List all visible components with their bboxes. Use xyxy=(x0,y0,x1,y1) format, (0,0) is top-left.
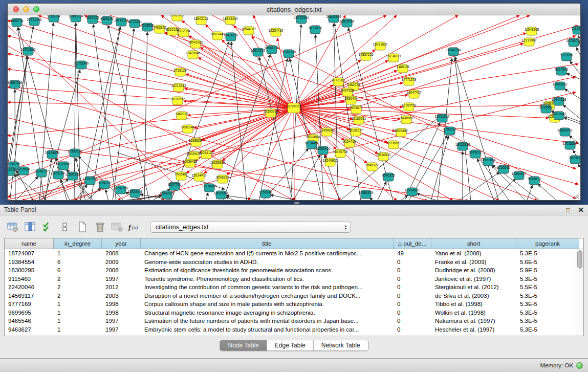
delete-table-icon[interactable] xyxy=(110,221,124,234)
graph-node[interactable]: 17684499 xyxy=(8,80,23,89)
graph-node[interactable]: 15722394 xyxy=(294,15,309,24)
graph-node[interactable]: 16961275 xyxy=(265,46,279,54)
graph-hub-node[interactable]: 18724007 xyxy=(287,103,301,113)
table-cell-out_degree[interactable]: 0 xyxy=(394,293,431,299)
graph-node[interactable]: 9546321 xyxy=(216,175,229,183)
graph-node[interactable]: 7425402 xyxy=(175,172,188,180)
table-cell-short[interactable]: Stergiakouli et al. (2012) xyxy=(431,284,516,290)
graph-node[interactable]: 18549925 xyxy=(323,158,338,166)
graph-node[interactable]: 16844490 xyxy=(223,16,238,25)
graph-node[interactable]: 9329966 xyxy=(560,53,573,61)
table-cell-short[interactable]: Dudbridge et al. (2008) xyxy=(431,267,516,273)
graph-node[interactable]: 4055734 xyxy=(10,18,24,27)
graph-node[interactable]: 2936444 xyxy=(344,96,358,104)
table-cell-pagerank[interactable]: 5.3E-5 xyxy=(516,326,579,333)
table-cell-title[interactable]: Estimation of the future numbers of pati… xyxy=(141,318,394,324)
table-cell-out_degree[interactable]: 49 xyxy=(394,250,431,256)
graph-node[interactable]: 7515526 xyxy=(141,23,154,31)
graph-node[interactable]: 12213987 xyxy=(522,38,537,46)
graph-node[interactable]: 18416818 xyxy=(455,142,470,150)
table-cell-name[interactable]: 18724007 xyxy=(5,250,54,256)
graph-node[interactable]: 9657791 xyxy=(168,182,181,190)
close-panel-icon[interactable]: ✕ xyxy=(578,207,584,213)
column-header-in_degree[interactable]: in_degree xyxy=(54,238,102,249)
graph-node[interactable]: 17857105 xyxy=(359,52,374,60)
graph-node[interactable]: 15474720 xyxy=(224,33,238,41)
table-cell-name[interactable]: 9777169 xyxy=(5,301,54,307)
graph-node[interactable]: 1527002 xyxy=(86,15,99,24)
window-titlebar[interactable]: citations_edges.txt xyxy=(8,4,580,15)
table-cell-year[interactable]: 2008 xyxy=(102,250,141,256)
table-cell-pagerank[interactable]: 5.6E-5 xyxy=(516,259,579,265)
graph-node[interactable]: 12454927 xyxy=(512,171,527,180)
graph-node[interactable]: 9154469 xyxy=(343,139,356,147)
graph-node[interactable]: 22063012 xyxy=(170,15,185,21)
graph-node[interactable]: 9227343 xyxy=(555,67,568,75)
graph-node[interactable]: 15751074 xyxy=(567,38,580,47)
graph-node[interactable]: 9150646 xyxy=(497,165,510,173)
graph-node[interactable]: 7485083 xyxy=(396,64,409,73)
table-row[interactable]: 1830029562008Estimation of significance … xyxy=(5,266,583,275)
scrollbar-thumb[interactable] xyxy=(577,250,582,269)
graph-node[interactable]: 16039468 xyxy=(183,159,198,167)
table-cell-title[interactable]: Disruption of a novel member of a sodium… xyxy=(141,293,394,299)
table-cell-out_degree[interactable]: 0 xyxy=(394,267,431,273)
resize-grip[interactable] xyxy=(572,192,579,200)
graph-node[interactable]: 16914479 xyxy=(192,173,207,181)
table-row[interactable]: 2242004622012Investigating the contribut… xyxy=(5,283,583,292)
graph-node[interactable]: 8131074 xyxy=(309,26,322,34)
table-cell-pagerank[interactable]: 5.3E-5 xyxy=(516,276,579,282)
column-header-name[interactable]: name xyxy=(5,238,54,249)
table-cell-out_degree[interactable]: 0 xyxy=(394,301,431,307)
graph-node[interactable]: 18544007 xyxy=(242,27,256,35)
graph-node[interactable]: 15692971 xyxy=(558,128,573,136)
graph-node[interactable]: 9546325 xyxy=(382,173,395,181)
graph-node[interactable]: 1215688 xyxy=(17,167,30,175)
graph-node[interactable]: 7462032 xyxy=(175,112,188,120)
table-cell-name[interactable]: 18300295 xyxy=(5,267,54,273)
table-cell-name[interactable]: 22420046 xyxy=(5,284,54,290)
table-cell-short[interactable]: Jankovic et al. (1997) xyxy=(431,276,516,282)
graph-node[interactable]: 7463822 xyxy=(153,25,166,33)
table-cell-pagerank[interactable]: 5.9E-5 xyxy=(516,267,579,273)
graph-node[interactable]: 12923448 xyxy=(128,189,143,198)
table-cell-in_degree[interactable]: 2 xyxy=(54,293,102,299)
table-selector-dropdown[interactable]: citations_edges.txt ▲▼ xyxy=(150,222,351,233)
table-cell-year[interactable]: 2009 xyxy=(102,259,141,265)
table-cell-in_degree[interactable]: 1 xyxy=(54,326,102,333)
graph-node[interactable]: 21053346 xyxy=(74,61,89,69)
graph-node[interactable]: 9245012 xyxy=(469,150,482,158)
graph-node[interactable]: 22456620 xyxy=(320,128,335,136)
table-cell-title[interactable]: Structural magnetic resonance image aver… xyxy=(141,310,394,316)
table-cell-year[interactable]: 1997 xyxy=(102,318,141,324)
graph-node[interactable]: 17081979 xyxy=(359,190,374,199)
table-cell-title[interactable]: Tourette syndrome. Phenomenology and cla… xyxy=(141,276,394,282)
graph-node[interactable]: 17771378 xyxy=(402,77,417,85)
graph-node[interactable]: 9150640 xyxy=(259,190,272,198)
column-header-out_degree[interactable]: △out_de... xyxy=(394,238,431,249)
table-cell-name[interactable]: 9699695 xyxy=(5,310,54,316)
table-cell-short[interactable]: Hescheler et al. (1997) xyxy=(431,326,516,333)
table-cell-in_degree[interactable]: 1 xyxy=(54,301,102,307)
graph-node[interactable]: 16988394 xyxy=(189,138,204,146)
graph-node[interactable]: 9155064 xyxy=(47,15,60,22)
table-cell-year[interactable]: 2008 xyxy=(102,267,141,273)
table-cell-out_degree[interactable]: 0 xyxy=(394,259,431,265)
graph-node[interactable]: 13342737 xyxy=(34,169,49,177)
vertical-scrollbar[interactable] xyxy=(576,249,583,336)
table-cell-short[interactable]: Nakamura et al. (1997) xyxy=(431,318,516,324)
table-cell-out_degree[interactable]: 0 xyxy=(394,284,431,290)
table-cell-in_degree[interactable]: 2 xyxy=(54,284,102,290)
graph-node[interactable]: 12160592 xyxy=(402,103,417,111)
function-builder-icon[interactable]: f(x) xyxy=(127,221,142,234)
graph-node[interactable]: 18543382 xyxy=(188,40,203,48)
table-cell-in_degree[interactable]: 1 xyxy=(54,250,102,256)
graph-node[interactable]: 12213383 xyxy=(171,83,186,92)
graph-node[interactable]: 18029361 xyxy=(214,191,229,199)
graph-node[interactable]: 12444158 xyxy=(552,97,567,105)
table-cell-in_degree[interactable]: 6 xyxy=(54,259,102,265)
graph-node[interactable]: 6497568 xyxy=(341,88,354,96)
table-cell-name[interactable]: 9465546 xyxy=(5,318,54,324)
table-cell-title[interactable]: Investigating the contribution of common… xyxy=(141,284,394,290)
table-cell-year[interactable]: 1998 xyxy=(102,301,141,307)
